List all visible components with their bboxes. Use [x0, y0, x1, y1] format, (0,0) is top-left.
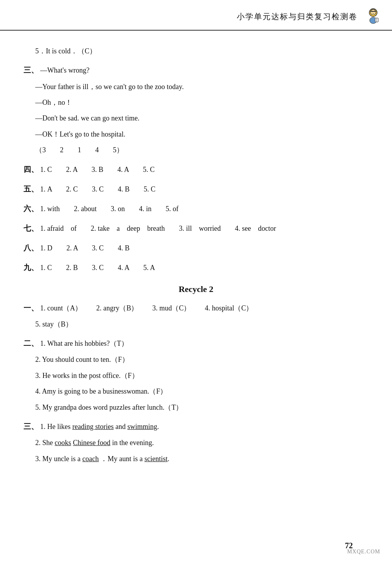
r-er-line4: 4. Amy is going to be a businesswoman.（F…: [35, 385, 368, 398]
san-label: 三、 —What's wrong?: [24, 64, 368, 77]
r-san-line1: 1. He likes reading stories and swimming…: [40, 423, 159, 431]
r-san-line3: 3. My uncle is a coach ．My aunt is a sci…: [35, 453, 368, 465]
liu-answers: 1. with 2. about 3. on 4. in 5. of: [40, 205, 179, 213]
svg-rect-6: [370, 11, 376, 12]
qi-answers: 1. afraid of 2. take a deep breath 3. il…: [40, 224, 276, 232]
r-section-er: 二、 1. What are his hobbies?（T） 2. You sh…: [24, 337, 368, 414]
section-si: 四、 1. C 2. A 3. B 4. A 5. C: [24, 163, 368, 176]
qi-label: 七、 1. afraid of 2. take a deep breath 3.…: [24, 222, 368, 235]
r-san-label: 三、 1. He likes reading stories and swimm…: [24, 420, 368, 433]
r-er-line2: 2. You should count to ten.（F）: [35, 353, 368, 366]
section-liu: 六、 1. with 2. about 3. on 4. in 5. of: [24, 202, 368, 215]
r-section-yi: 一、 1. count（A） 2. angry（B） 3. mud（C） 4. …: [24, 301, 368, 331]
student-icon: [361, 7, 380, 26]
r-section-san: 三、 1. He likes reading stories and swimm…: [24, 420, 368, 465]
r-er-line1: 1. What are his hobbies?（T）: [40, 339, 128, 347]
r-yi-line2: 5. stay（B）: [35, 318, 368, 330]
r-yi-label: 一、 1. count（A） 2. angry（B） 3. mud（C） 4. …: [24, 301, 368, 315]
r-san-line2: 2. She cooks Chinese food in the evening…: [35, 436, 368, 449]
section-qi: 七、 1. afraid of 2. take a deep breath 3.…: [24, 222, 368, 235]
section-prev-5: 5．It is cold．（C）: [35, 45, 368, 57]
jiu-answers: 1. C 2. B 3. C 4. A 5. A: [40, 264, 155, 272]
underline-coach: coach: [82, 455, 99, 463]
watermark: MXQE.COM: [347, 549, 380, 555]
section-san: 三、 —What's wrong? —Your father is ill，so…: [24, 64, 368, 156]
san-line3: —Oh，no！: [35, 96, 368, 109]
header-title: 小学单元达标与归类复习检测卷: [237, 11, 358, 22]
san-order: （3 2 1 4 5）: [35, 144, 368, 156]
san-line4: —Don't be sad. we can go next time.: [35, 112, 368, 124]
section-wu: 五、 1. A 2. C 3. C 4. B 5. C: [24, 182, 368, 196]
r-er-line5: 5. My grandpa does word puzzles after lu…: [35, 401, 368, 414]
section-jiu: 九、 1. C 2. B 3. C 4. A 5. A: [24, 261, 368, 274]
underline-swimming: swimming: [127, 423, 157, 431]
san-line2: —Your father is ill，so we can't go to th…: [35, 80, 368, 93]
recycle2-title: Recycle 2: [24, 284, 368, 294]
wu-answers: 1. A 2. C 3. C 4. B 5. C: [40, 185, 156, 193]
r-er-label: 二、 1. What are his hobbies?（T）: [24, 337, 368, 350]
r-er-line3: 3. He works in the post office.（F）: [35, 369, 368, 382]
underline-scientist: scientist: [144, 455, 167, 463]
main-content: 5．It is cold．（C） 三、 —What's wrong? —Your…: [0, 38, 392, 495]
page-header: 小学单元达标与归类复习检测卷: [0, 0, 392, 31]
section-ba: 八、 1. D 2. A 3. C 4. B: [24, 241, 368, 255]
wu-label: 五、 1. A 2. C 3. C 4. B 5. C: [24, 182, 368, 196]
svg-point-3: [370, 9, 376, 15]
si-label: 四、 1. C 2. A 3. B 4. A 5. C: [24, 163, 368, 176]
underline-chinese-food: Chinese food: [73, 439, 110, 447]
si-answers: 1. C 2. A 3. B 4. A 5. C: [40, 166, 155, 173]
prev-5-line: 5．It is cold．（C）: [35, 45, 368, 57]
ba-label: 八、 1. D 2. A 3. C 4. B: [24, 241, 368, 255]
san-line5: —OK！Let's go to the hospital.: [35, 128, 368, 140]
jiu-label: 九、 1. C 2. B 3. C 4. A 5. A: [24, 261, 368, 274]
underline-cooks: cooks: [55, 439, 71, 447]
ba-answers: 1. D 2. A 3. C 4. B: [40, 244, 130, 252]
liu-label: 六、 1. with 2. about 3. on 4. in 5. of: [24, 202, 368, 215]
r-yi-line1: 1. count（A） 2. angry（B） 3. mud（C） 4. hos…: [40, 304, 253, 312]
underline-reading-stories: reading stories: [72, 423, 113, 431]
